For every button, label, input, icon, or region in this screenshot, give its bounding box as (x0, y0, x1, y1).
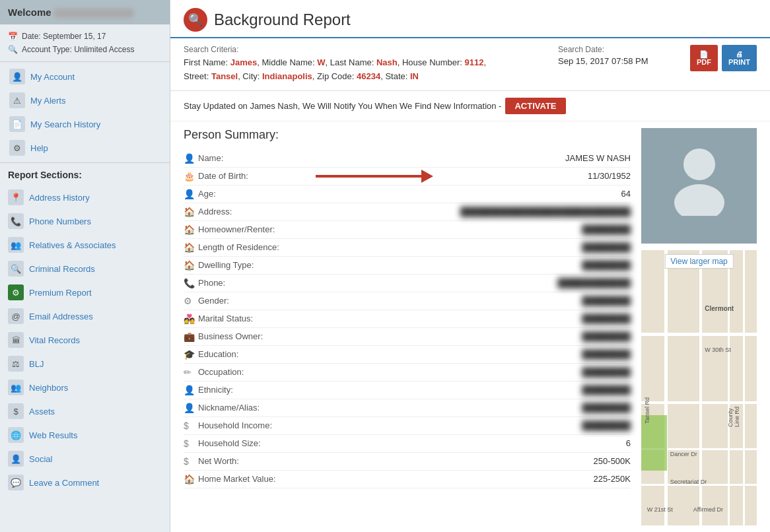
section-address-history[interactable]: 📍 Address History (0, 185, 170, 209)
sidebar-item-search-history[interactable]: 📄 My Search History (0, 112, 170, 136)
comment-icon: 💬 (8, 475, 24, 490)
age-value: 64 (304, 189, 631, 199)
criteria-label: Search Criteria: (184, 45, 545, 54)
notification-text: Stay Updated on James Nash, We Will Noti… (184, 101, 501, 111)
print-button[interactable]: 🖨 PRINT (722, 45, 757, 71)
map-label-county: County Line Rd (727, 404, 740, 427)
vital-icon: 🏛 (8, 332, 24, 348)
home-market-icon: 🏠 (184, 474, 198, 484)
address-row-icon: 🏠 (184, 207, 198, 217)
home-market-value: 225-250K (304, 474, 631, 484)
length-residence-icon: 🏠 (184, 242, 198, 253)
search-date: Search Date: Sep 15, 2017 07:58 PM (545, 45, 677, 66)
main-content: 🔍 Background Report Search Criteria: Fir… (170, 0, 770, 532)
summary-row-age: 👤 Age: 64 (184, 185, 631, 203)
section-phone-numbers[interactable]: 📞 Phone Numbers (0, 209, 170, 233)
map-label-tanasel: Tansel Rd (644, 397, 650, 424)
summary-row-occupation: ✏ Occupation: ████████ (184, 364, 631, 382)
alerts-label: My Alerts (30, 96, 65, 106)
map-background: Clermont W 30th St Tansel Rd County Line… (641, 250, 757, 525)
summary-row-hh-size: $ Household Size: 6 (184, 435, 631, 453)
section-criminal[interactable]: 🔍 Criminal Records (0, 257, 170, 281)
summary-row-ethnicity: 👤 Ethnicity: ████████ (184, 382, 631, 399)
homeowner-value: ████████ (304, 224, 631, 234)
summary-row-hh-income: $ Household Income: ████████ (184, 417, 631, 435)
sidebar-item-account[interactable]: 👤 My Account (0, 65, 170, 88)
blj-label: BLJ (29, 359, 44, 369)
history-icon: 📄 (9, 116, 25, 132)
home-market-label: Home Market Value: (198, 474, 304, 484)
section-assets[interactable]: $ Assets (0, 399, 170, 423)
section-comment[interactable]: 💬 Leave a Comment (0, 471, 170, 494)
sidebar-info: 📅 Date: September 15, 17 🔍 Account Type:… (0, 24, 170, 62)
criteria-house-number: 9112 (465, 57, 484, 67)
section-relatives[interactable]: 👥 Relatives & Associates (0, 233, 170, 257)
marital-icon: 💑 (184, 314, 198, 324)
hh-size-label: Household Size: (198, 438, 304, 448)
person-summary-title: Person Summary: (184, 128, 631, 142)
section-blj[interactable]: ⚖ BLJ (0, 352, 170, 376)
section-neighbors[interactable]: 👥 Neighbors (0, 376, 170, 399)
section-vital[interactable]: 🏛 Vital Records (0, 328, 170, 352)
calendar-icon: 📅 (8, 32, 18, 41)
section-email[interactable]: @ Email Addresses (0, 304, 170, 328)
summary-row-address: 🏠 Address: ████████████████████████████ (184, 203, 631, 221)
length-residence-label: Length of Residence: (198, 242, 304, 252)
education-icon: 🎓 (184, 349, 198, 360)
address-row-label: Address: (198, 207, 304, 216)
search-meta: Search Criteria: First Name: James, Midd… (170, 38, 770, 91)
gender-label: Gender: (198, 296, 304, 306)
assets-label: Assets (29, 407, 55, 416)
ethnicity-value: ████████ (304, 385, 631, 395)
summary-row-net-worth: $ Net Worth: 250-500K (184, 453, 631, 471)
criminal-label: Criminal Records (29, 264, 95, 274)
map-label-clermont: Clermont (705, 305, 734, 312)
sidebar-nav: 👤 My Account ⚠ My Alerts 📄 My Search His… (0, 62, 170, 163)
phone-row-label: Phone: (198, 278, 304, 288)
summary-row-dob: 🎂 Date of Birth: 11/30/1952 (184, 168, 631, 185)
map-view-larger-link[interactable]: View larger map (664, 254, 733, 269)
sidebar-item-alerts[interactable]: ⚠ My Alerts (0, 88, 170, 112)
name-label: Name: (198, 153, 304, 163)
nickname-label: Nickname/Alias: (198, 403, 304, 413)
account-label: My Account (30, 72, 75, 82)
summary-row-length-residence: 🏠 Length of Residence: ████████ (184, 239, 631, 257)
email-icon: @ (8, 308, 24, 324)
criteria-first-name: James (230, 57, 257, 67)
sidebar-item-help[interactable]: ⚙ Help (0, 136, 170, 160)
education-label: Education: (198, 349, 304, 359)
neighbors-icon: 👥 (8, 380, 24, 395)
name-row-icon: 👤 (184, 153, 198, 164)
age-label: Age: (198, 189, 304, 199)
welcome-label: Welcome (8, 7, 52, 18)
relatives-label: Relatives & Associates (29, 240, 116, 250)
map-road (664, 250, 668, 525)
summary-row-nickname: 👤 Nickname/Alias: ████████ (184, 399, 631, 417)
notification-bar: Stay Updated on James Nash, We Will Noti… (170, 91, 770, 121)
dob-value: 11/30/1952 (304, 171, 631, 181)
age-row-icon: 👤 (184, 189, 198, 199)
section-social[interactable]: 👤 Social (0, 447, 170, 471)
map-label-secretariat: Secretariat Dr (670, 479, 707, 485)
search-date-label: Search Date: (558, 45, 677, 54)
section-web[interactable]: 🌐 Web Results (0, 423, 170, 447)
section-premium[interactable]: ⚙ Premium Report (0, 281, 170, 304)
pdf-button[interactable]: 📄 PDF (690, 45, 718, 71)
hh-income-icon: $ (184, 420, 198, 431)
marital-value: ████████ (304, 314, 631, 323)
search-criteria: Search Criteria: First Name: James, Midd… (184, 45, 545, 84)
address-icon: 📍 (8, 189, 24, 205)
web-icon: 🌐 (8, 427, 24, 443)
summary-row-homeowner: 🏠 Homeowner/Renter: ████████ (184, 221, 631, 239)
gender-icon: ⚙ (184, 296, 198, 306)
ethnicity-icon: 👤 (184, 385, 198, 395)
length-residence-value: ████████ (304, 242, 631, 252)
sidebar-date: 📅 Date: September 15, 17 (8, 30, 162, 43)
criteria-city: Indianapolis (262, 71, 312, 81)
business-icon: 💼 (184, 331, 198, 342)
svg-point-1 (674, 184, 724, 216)
pdf-icon: 📄 (699, 50, 709, 58)
hh-income-label: Household Income: (198, 420, 304, 430)
activate-button[interactable]: ACTIVATE (505, 98, 565, 114)
occupation-value: ████████ (304, 367, 631, 377)
